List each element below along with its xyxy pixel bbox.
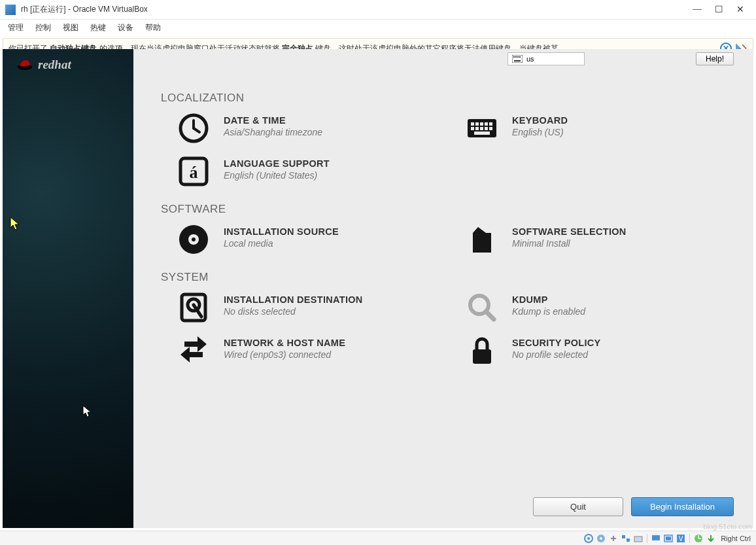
clock-icon <box>178 113 209 144</box>
svg-line-10 <box>194 128 199 132</box>
svg-rect-6 <box>519 56 521 58</box>
svg-rect-17 <box>471 127 474 130</box>
installer-sidebar: redhat <box>3 49 133 528</box>
spoke-installation-source[interactable]: INSTALLATION SOURCELocal media <box>177 222 445 256</box>
svg-line-0 <box>742 44 746 48</box>
disc-icon <box>178 224 209 255</box>
section-localization: LOCALIZATION <box>161 92 734 105</box>
svg-line-31 <box>486 311 494 319</box>
hard-disk-indicator-icon[interactable] <box>583 533 594 544</box>
redhat-logo: redhat <box>16 56 71 74</box>
section-system: SYSTEM <box>161 271 734 284</box>
svg-rect-19 <box>480 127 483 130</box>
magnifier-icon <box>466 292 498 323</box>
svg-rect-38 <box>627 538 630 542</box>
menu-help[interactable]: 帮助 <box>145 22 161 33</box>
spoke-installation-destination[interactable]: INSTALLATION DESTINATIONNo disks selecte… <box>177 290 445 325</box>
vm-statusbar: V Right Ctrl <box>0 531 756 545</box>
svg-rect-2 <box>512 55 523 63</box>
close-button[interactable]: ✕ <box>736 4 744 15</box>
language-icon: á <box>178 156 209 187</box>
mouse-integration-icon[interactable] <box>693 533 704 544</box>
svg-rect-40 <box>652 535 660 540</box>
keyboard-icon <box>466 113 498 144</box>
svg-rect-42 <box>666 536 671 540</box>
network-arrows-icon <box>178 335 209 366</box>
recording-indicator-icon[interactable] <box>663 533 674 544</box>
minimize-button[interactable]: — <box>693 4 702 15</box>
menu-bar: 管理 控制 视图 热键 设备 帮助 <box>0 20 756 35</box>
keyboard-icon <box>512 55 523 63</box>
svg-rect-13 <box>475 122 479 126</box>
package-icon <box>466 224 498 255</box>
watermark: blog.51cto.com <box>703 523 752 531</box>
spoke-language[interactable]: á LANGUAGE SUPPORTEnglish (United States… <box>177 154 445 188</box>
svg-point-34 <box>587 537 590 540</box>
svg-rect-12 <box>471 122 474 126</box>
redhat-hat-icon <box>16 56 34 74</box>
display-indicator-icon[interactable] <box>651 533 661 544</box>
svg-rect-22 <box>474 132 490 135</box>
svg-rect-18 <box>475 127 479 130</box>
section-software: SOFTWARE <box>161 203 734 216</box>
svg-text:V: V <box>679 535 683 542</box>
vrdp-indicator-icon[interactable]: V <box>676 533 686 544</box>
svg-point-36 <box>600 537 602 540</box>
spoke-network[interactable]: NETWORK & HOST NAMEWired (enp0s3) connec… <box>177 334 445 368</box>
help-button[interactable]: Help! <box>696 52 734 65</box>
svg-text:á: á <box>190 163 198 182</box>
svg-rect-20 <box>485 127 488 130</box>
svg-rect-32 <box>473 349 491 364</box>
network-indicator-icon[interactable] <box>621 533 631 544</box>
disk-icon <box>178 292 209 323</box>
menu-devices[interactable]: 设备 <box>118 22 133 33</box>
svg-rect-4 <box>515 56 517 58</box>
usb-indicator-icon[interactable] <box>608 533 619 544</box>
svg-rect-7 <box>514 60 521 62</box>
host-key-label: Right Ctrl <box>721 535 751 542</box>
spoke-date-time[interactable]: DATE & TIMEAsia/Shanghai timezone <box>177 111 445 145</box>
menu-manage[interactable]: 管理 <box>8 22 24 33</box>
menu-hotkeys[interactable]: 热键 <box>90 22 106 33</box>
vm-display: redhat us Help! LOCALIZATION DATE & TIME… <box>3 49 753 528</box>
svg-rect-15 <box>485 122 488 126</box>
svg-rect-37 <box>622 535 625 538</box>
spoke-software-selection[interactable]: SOFTWARE SELECTIONMinimal Install <box>465 222 734 256</box>
optical-indicator-icon[interactable] <box>596 533 606 544</box>
svg-rect-14 <box>480 122 483 126</box>
svg-point-27 <box>192 237 196 241</box>
keyboard-capture-indicator-icon[interactable] <box>706 533 716 544</box>
svg-rect-5 <box>517 56 519 58</box>
spoke-keyboard[interactable]: KEYBOARDEnglish (US) <box>465 111 734 145</box>
maximize-button[interactable]: ☐ <box>715 4 723 15</box>
lock-icon <box>466 335 498 366</box>
quit-button[interactable]: Quit <box>533 497 623 516</box>
svg-rect-39 <box>634 536 642 542</box>
begin-installation-button[interactable]: Begin Installation <box>631 497 734 516</box>
menu-view[interactable]: 视图 <box>63 22 78 33</box>
keyboard-layout-indicator[interactable]: us <box>507 52 585 65</box>
svg-rect-3 <box>513 56 515 58</box>
spoke-security-policy[interactable]: SECURITY POLICYNo profile selected <box>465 334 734 368</box>
installer-main: us Help! LOCALIZATION DATE & TIMEAsia/Sh… <box>133 49 753 528</box>
virtualbox-icon <box>5 5 16 15</box>
shared-folder-indicator-icon[interactable] <box>633 533 644 544</box>
window-titlebar: rh [正在运行] - Oracle VM VirtualBox — ☐ ✕ <box>0 0 756 20</box>
svg-rect-21 <box>489 127 492 130</box>
menu-control[interactable]: 控制 <box>35 22 51 33</box>
svg-rect-16 <box>489 122 492 126</box>
window-title: rh [正在运行] - Oracle VM VirtualBox <box>21 4 693 15</box>
spoke-kdump[interactable]: KDUMPKdump is enabled <box>465 290 734 325</box>
